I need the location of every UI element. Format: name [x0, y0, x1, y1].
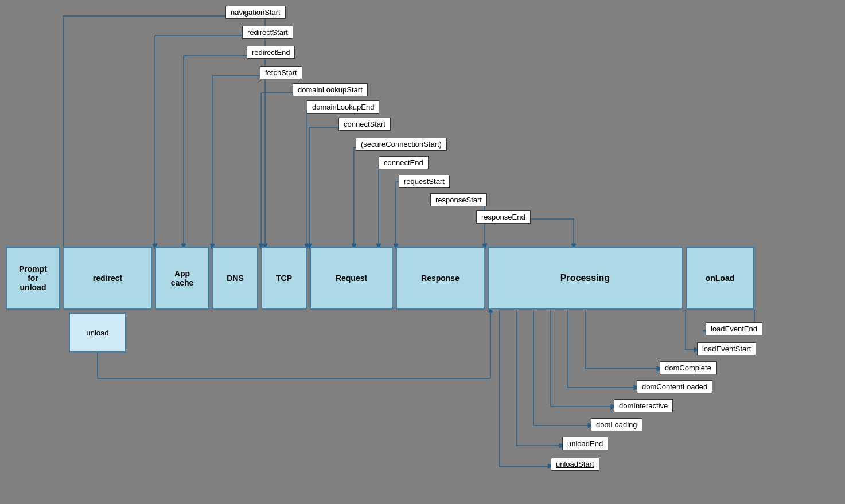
- response-box: Response: [396, 247, 485, 310]
- processing-box: Processing: [488, 247, 683, 310]
- label-domainLookupStart: domainLookupStart: [293, 83, 368, 96]
- unload-box: unload: [69, 312, 126, 353]
- label-connectEnd: connectEnd: [379, 156, 429, 169]
- redirect-box: redirect: [63, 247, 152, 310]
- label-navigationStart: navigationStart: [225, 6, 286, 19]
- label-domComplete: domComplete: [660, 361, 717, 374]
- tcp-box: TCP: [261, 247, 307, 310]
- label-connectStart: connectStart: [338, 118, 391, 131]
- label-redirectStart: redirectStart: [242, 26, 293, 39]
- label-domContentLoaded: domContentLoaded: [637, 380, 712, 393]
- onload-box: onLoad: [686, 247, 754, 310]
- appcache-box: App cache: [155, 247, 209, 310]
- label-redirectEnd: redirectEnd: [247, 46, 295, 59]
- label-fetchStart: fetchStart: [260, 66, 302, 79]
- request-box: Request: [310, 247, 393, 310]
- label-domInteractive: domInteractive: [614, 399, 673, 412]
- label-loadEventStart: loadEventStart: [697, 342, 756, 355]
- dns-box: DNS: [212, 247, 258, 310]
- label-domLoading: domLoading: [591, 418, 642, 431]
- label-domainLookupEnd: domainLookupEnd: [307, 100, 379, 114]
- label-requestStart: requestStart: [399, 175, 450, 188]
- label-unloadStart: unloadStart: [551, 458, 599, 471]
- label-responseStart: responseStart: [430, 193, 487, 206]
- label-responseEnd: responseEnd: [476, 210, 531, 224]
- diagram: Prompt for unload redirect App cache DNS…: [0, 0, 845, 504]
- label-secureConnectionStart: (secureConnectionStart): [356, 138, 447, 151]
- label-unloadEnd: unloadEnd: [562, 437, 608, 450]
- label-loadEventEnd: loadEventEnd: [706, 322, 762, 335]
- prompt-box: Prompt for unload: [6, 247, 60, 310]
